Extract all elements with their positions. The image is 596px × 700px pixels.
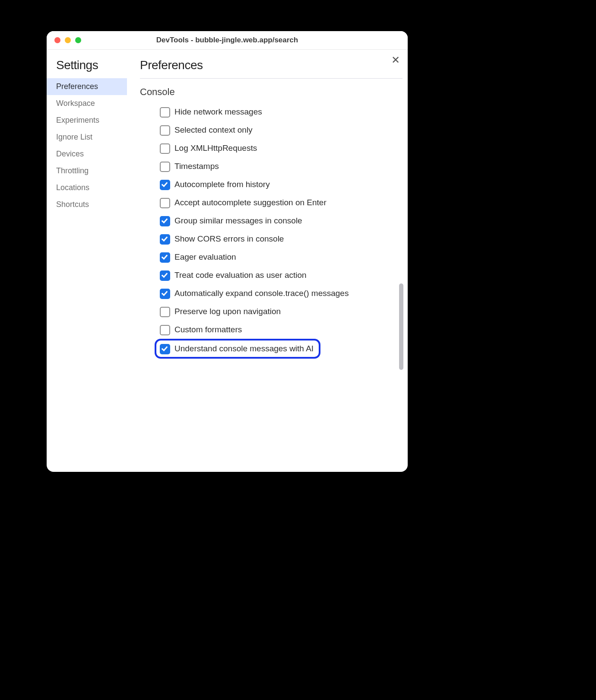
option-row[interactable]: Hide network messages: [160, 103, 397, 121]
option-label: Log XMLHttpRequests: [174, 143, 356, 154]
settings-body: ✕ Settings PreferencesWorkspaceExperimen…: [47, 50, 408, 472]
sidebar-item-devices[interactable]: Devices: [47, 146, 127, 162]
option-row[interactable]: Automatically expand console.trace() mes…: [160, 284, 397, 302]
option-row[interactable]: Eager evaluation: [160, 248, 397, 266]
checkbox[interactable]: [160, 180, 170, 190]
checkbox[interactable]: [160, 198, 170, 208]
checkbox[interactable]: [160, 107, 170, 118]
sidebar-item-throttling[interactable]: Throttling: [47, 162, 127, 179]
sidebar-item-workspace[interactable]: Workspace: [47, 95, 127, 112]
devtools-window: DevTools - bubble-jingle.web.app/search …: [47, 31, 408, 472]
option-label: Group similar messages in console: [174, 215, 356, 226]
sidebar-title: Settings: [47, 58, 127, 78]
option-row[interactable]: Group similar messages in console: [160, 212, 397, 230]
option-label: Timestamps: [174, 161, 356, 172]
option-label: Eager evaluation: [174, 251, 356, 263]
option-row[interactable]: Custom formatters: [160, 321, 397, 339]
settings-main: Preferences Console Hide network message…: [127, 50, 408, 472]
window-minimize-button[interactable]: [65, 37, 71, 43]
option-row[interactable]: Treat code evaluation as user action: [160, 266, 397, 284]
scrollbar-thumb[interactable]: [399, 283, 403, 370]
checkbox[interactable]: [160, 162, 170, 172]
option-label: Accept autocomplete suggestion on Enter: [174, 197, 356, 208]
sidebar-item-ignore-list[interactable]: Ignore List: [47, 129, 127, 146]
option-label: Custom formatters: [174, 324, 356, 335]
settings-sidebar: Settings PreferencesWorkspaceExperiments…: [47, 50, 127, 472]
close-icon[interactable]: ✕: [391, 55, 400, 65]
option-row[interactable]: Autocomplete from history: [160, 175, 397, 194]
checkbox[interactable]: [160, 234, 170, 245]
option-label: Selected context only: [174, 124, 356, 136]
sidebar-item-shortcuts[interactable]: Shortcuts: [47, 196, 127, 213]
checkbox[interactable]: [160, 216, 170, 226]
checkbox[interactable]: [160, 143, 170, 154]
divider: [140, 78, 403, 79]
checkbox[interactable]: [160, 325, 170, 335]
checkbox[interactable]: [160, 289, 170, 299]
checkbox[interactable]: [160, 270, 170, 281]
preferences-scroll[interactable]: Console Hide network messagesSelected co…: [140, 85, 404, 472]
option-row[interactable]: Preserve log upon navigation: [160, 302, 397, 321]
checkbox[interactable]: [160, 125, 170, 136]
option-label: Automatically expand console.trace() mes…: [174, 288, 356, 299]
window-title: DevTools - bubble-jingle.web.app/search: [47, 36, 408, 45]
option-label: Preserve log upon navigation: [174, 306, 356, 317]
option-label: Autocomplete from history: [174, 179, 356, 190]
page-title: Preferences: [140, 58, 404, 72]
checkbox[interactable]: [160, 252, 170, 263]
window-traffic-lights: [47, 37, 81, 43]
window-close-button[interactable]: [54, 37, 60, 43]
option-label: Understand console messages with AI: [174, 343, 314, 354]
option-label: Show CORS errors in console: [174, 233, 356, 245]
checkbox[interactable]: [160, 344, 170, 354]
option-label: Treat code evaluation as user action: [174, 270, 356, 281]
sidebar-item-locations[interactable]: Locations: [47, 179, 127, 196]
option-label: Hide network messages: [174, 106, 356, 118]
checkbox[interactable]: [160, 307, 170, 317]
console-options: Hide network messagesSelected context on…: [140, 103, 397, 359]
option-row[interactable]: Understand console messages with AI: [155, 339, 320, 359]
sidebar-item-experiments[interactable]: Experiments: [47, 112, 127, 129]
option-row[interactable]: Show CORS errors in console: [160, 230, 397, 248]
window-zoom-button[interactable]: [75, 37, 81, 43]
sidebar-nav: PreferencesWorkspaceExperimentsIgnore Li…: [47, 78, 127, 213]
window-titlebar: DevTools - bubble-jingle.web.app/search: [47, 31, 408, 50]
option-row[interactable]: Timestamps: [160, 157, 397, 175]
option-row[interactable]: Log XMLHttpRequests: [160, 139, 397, 157]
option-row[interactable]: Accept autocomplete suggestion on Enter: [160, 194, 397, 212]
option-row[interactable]: Selected context only: [160, 121, 397, 139]
sidebar-item-preferences[interactable]: Preferences: [47, 78, 127, 95]
section-heading-console: Console: [140, 86, 397, 98]
